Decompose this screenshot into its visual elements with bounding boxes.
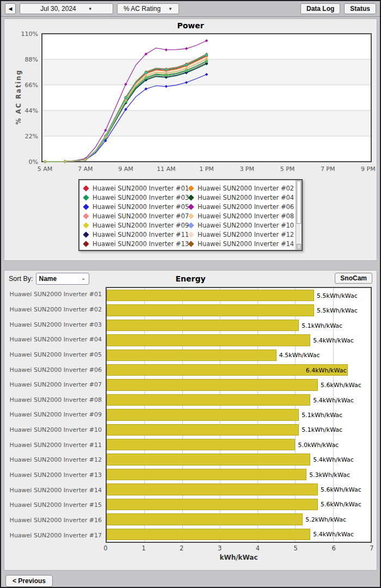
- legend-diamond-icon: [83, 213, 89, 219]
- legend-item[interactable]: Huawei SUN2000 Inverter #09: [84, 220, 189, 230]
- legend-label: Huawei SUN2000 Inverter #04: [198, 194, 294, 201]
- legend-diamond-icon: [188, 194, 194, 200]
- energy-bar: [107, 334, 310, 346]
- legend-diamond-icon: [83, 241, 89, 247]
- date-label: Jul 30, 2024: [40, 5, 76, 13]
- energy-bar-value: 6.4kWh/kWac: [306, 366, 347, 373]
- energy-x-tick: 6: [331, 544, 335, 552]
- legend-diamond-icon: [188, 231, 194, 237]
- legend-item[interactable]: Huawei SUN2000 Inverter #13: [84, 239, 189, 248]
- energy-x-tick: 4: [256, 544, 260, 552]
- energy-bar-row: 5.6kWh/kWac: [107, 482, 371, 497]
- svg-text:22%: 22%: [25, 133, 38, 140]
- energy-plot-area: 5.5kWh/kWac5.5kWh/kWac5.1kWh/kWac5.4kWh/…: [106, 287, 372, 543]
- legend-scrollbar[interactable]: [296, 180, 302, 250]
- energy-row-label: Huawei SUN2000 Inverter #06: [4, 362, 106, 377]
- legend-item[interactable]: Huawei SUN2000 Inverter #06: [189, 202, 294, 211]
- legend-diamond-icon: [83, 185, 89, 191]
- energy-bar-row: 4.5kWh/kWac: [107, 348, 371, 363]
- svg-text:11 AM: 11 AM: [157, 166, 176, 173]
- energy-bar-value: 5.4kWh/kWac: [313, 531, 354, 538]
- legend-label: Huawei SUN2000 Inverter #12: [198, 231, 294, 238]
- legend-item[interactable]: Huawei SUN2000 Inverter #05: [84, 202, 189, 211]
- energy-row-label: Huawei SUN2000 Inverter #12: [4, 452, 106, 468]
- energy-bar: [107, 304, 314, 316]
- energy-x-tick: 0: [103, 544, 107, 552]
- energy-row-label: Huawei SUN2000 Inverter #03: [4, 317, 106, 332]
- sort-by-select-wrap: Name ⌄: [36, 273, 89, 285]
- legend-diamond-icon: [83, 204, 89, 210]
- power-y-axis-label: % AC Rating: [15, 48, 22, 146]
- energy-bar: [107, 499, 318, 510]
- legend-item[interactable]: Huawei SUN2000 Inverter #10: [189, 220, 294, 230]
- legend-label: Huawei SUN2000 Inverter #14: [198, 240, 294, 248]
- legend-scroll-down-button[interactable]: [297, 244, 301, 249]
- legend-label: Huawei SUN2000 Inverter #13: [93, 240, 189, 248]
- legend-item[interactable]: Huawei SUN2000 Inverter #07: [84, 211, 189, 220]
- energy-bar: [107, 394, 310, 406]
- legend-item[interactable]: Huawei SUN2000 Inverter #01: [84, 183, 189, 193]
- energy-bar: [107, 529, 310, 540]
- legend-diamond-icon: [188, 222, 194, 228]
- legend-item[interactable]: Huawei SUN2000 Inverter #04: [189, 193, 294, 202]
- energy-bar-value: 4.5kWh/kWac: [279, 352, 320, 359]
- previous-day-button[interactable]: ◀: [5, 3, 16, 14]
- energy-bar: [107, 409, 299, 420]
- metric-dropdown[interactable]: % AC Rating ▼: [117, 3, 179, 14]
- legend-item[interactable]: Huawei SUN2000 Inverter #11: [84, 230, 189, 239]
- energy-bar: [107, 469, 306, 480]
- power-legend: Huawei SUN2000 Inverter #01Huawei SUN200…: [78, 179, 303, 251]
- sort-by-label: Sort By:: [9, 275, 33, 283]
- legend-item[interactable]: Huawei SUN2000 Inverter #14: [189, 239, 294, 248]
- legend-item[interactable]: Huawei SUN2000 Inverter #12: [189, 230, 294, 239]
- energy-bar-row: 5.4kWh/kWac: [107, 393, 371, 407]
- legend-diamond-icon: [83, 222, 89, 228]
- energy-x-axis-label: kWh/kWac: [106, 552, 372, 561]
- legend-diamond-icon: [188, 241, 194, 247]
- legend-item[interactable]: Huawei SUN2000 Inverter #02: [189, 183, 294, 193]
- energy-bar-row: 5.0kWh/kWac: [107, 437, 371, 452]
- svg-text:0%: 0%: [29, 158, 38, 166]
- legend-label: Huawei SUN2000 Inverter #07: [93, 212, 189, 220]
- energy-x-tick: 2: [180, 544, 183, 552]
- energy-x-tick: 3: [218, 544, 222, 552]
- energy-bar: [107, 379, 318, 390]
- svg-text:3 PM: 3 PM: [239, 166, 254, 173]
- date-dropdown[interactable]: Jul 30, 2024 ▼: [20, 3, 113, 14]
- legend-diamond-icon: [188, 185, 194, 191]
- previous-button[interactable]: < Previous: [5, 575, 53, 587]
- energy-bar: [107, 290, 314, 301]
- legend-item[interactable]: Huawei SUN2000 Inverter #08: [189, 211, 294, 220]
- svg-text:44%: 44%: [25, 107, 38, 114]
- legend-diamond-icon: [83, 194, 89, 200]
- chevron-down-icon: ▼: [88, 7, 93, 11]
- legend-label: Huawei SUN2000 Inverter #08: [198, 212, 294, 220]
- status-button[interactable]: Status: [344, 3, 376, 14]
- energy-row-label: Huawei SUN2000 Inverter #13: [4, 468, 106, 483]
- energy-x-tick: 7: [370, 544, 373, 552]
- energy-bar-row: 5.1kWh/kWac: [107, 318, 371, 333]
- energy-bar: [107, 350, 276, 361]
- energy-bar: [107, 320, 299, 331]
- energy-bar-value: 5.4kWh/kWac: [313, 456, 354, 463]
- legend-label: Huawei SUN2000 Inverter #03: [93, 194, 189, 201]
- energy-bar-value: 5.6kWh/kWac: [321, 486, 361, 493]
- sort-by-select[interactable]: Name: [36, 273, 89, 285]
- back-arrow-icon: ◀: [9, 6, 13, 11]
- snocam-button[interactable]: SnoCam: [335, 273, 372, 284]
- svg-text:1 PM: 1 PM: [199, 166, 214, 173]
- legend-label: Huawei SUN2000 Inverter #10: [198, 222, 294, 229]
- data-log-button[interactable]: Data Log: [300, 3, 340, 14]
- svg-text:110%: 110%: [21, 31, 38, 38]
- svg-text:7 AM: 7 AM: [78, 166, 93, 173]
- energy-bar-row: 5.4kWh/kWac: [107, 333, 371, 347]
- legend-scrollbar-thumb[interactable]: [297, 181, 301, 224]
- energy-row-label: Huawei SUN2000 Inverter #15: [4, 498, 106, 513]
- legend-item[interactable]: Huawei SUN2000 Inverter #03: [84, 193, 189, 202]
- energy-bar-value: 5.1kWh/kWac: [302, 426, 342, 433]
- energy-bar-value: 5.5kWh/kWac: [317, 292, 358, 299]
- energy-bar: [107, 424, 299, 436]
- energy-bar-row: 5.6kWh/kWac: [107, 497, 371, 512]
- energy-row-label: Huawei SUN2000 Inverter #14: [4, 482, 106, 498]
- energy-row-label: Huawei SUN2000 Inverter #04: [4, 332, 106, 347]
